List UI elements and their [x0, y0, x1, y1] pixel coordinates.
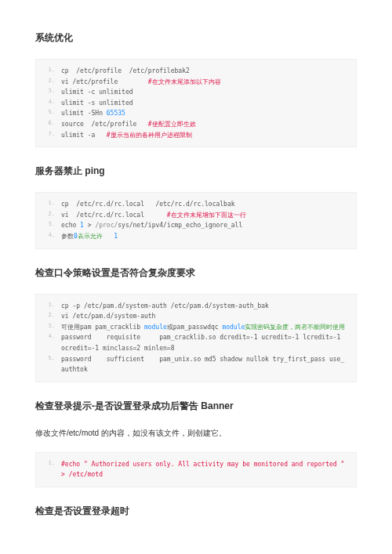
- code-line: 1.cp /etc/profile /etc/profilebak2: [44, 66, 348, 77]
- code-text: vi /etc/rc.d/rc.local #在文件末尾增加下面这一行: [61, 210, 246, 221]
- code-text: 可使用pam pam_cracklib module或pam_passwdqc …: [61, 322, 345, 333]
- section-heading: 检查登录提示-是否设置登录成功后警告 Banner: [35, 400, 357, 413]
- line-number: 3.: [44, 87, 55, 98]
- line-number: 4.: [44, 231, 55, 242]
- line-number: 3.: [44, 220, 55, 231]
- code-line: 4.password requisite pam_cracklib.so dcr…: [44, 332, 348, 353]
- code-line: 3.ulimit -c unlimited: [44, 87, 348, 98]
- code-line: 5.ulimit -SHn 65535: [44, 108, 348, 119]
- code-line: 2.vi /etc/profile #在文件末尾添加以下内容: [44, 77, 348, 88]
- line-number: 3.: [44, 322, 55, 333]
- line-number: 1.: [44, 459, 55, 480]
- code-text: vi /etc/profile #在文件末尾添加以下内容: [61, 77, 221, 88]
- line-number: 5.: [44, 354, 55, 375]
- line-number: 2.: [44, 311, 55, 322]
- line-number: 2.: [44, 210, 55, 221]
- code-text: ulimit -a #显示当前的各种用户进程限制: [61, 130, 192, 141]
- code-text: source /etc/profile #使配置立即生效: [61, 119, 196, 130]
- code-line: 3.可使用pam pam_cracklib module或pam_passwdq…: [44, 322, 348, 333]
- code-text: ulimit -SHn 65535: [61, 108, 125, 119]
- code-line: 6.source /etc/profile #使配置立即生效: [44, 119, 348, 130]
- line-number: 5.: [44, 108, 55, 119]
- code-line: 1.#echo " Authorized users only. All act…: [44, 459, 348, 480]
- section-heading: 系统优化: [35, 31, 357, 45]
- line-number: 1.: [44, 199, 55, 210]
- code-text: cp -p /etc/pam.d/system-auth /etc/pam.d/…: [61, 301, 269, 312]
- code-line: 1.cp -p /etc/pam.d/system-auth /etc/pam.…: [44, 301, 348, 312]
- code-line: 4.ulimit -s unlimited: [44, 98, 348, 109]
- code-text: password requisite pam_cracklib.so dcred…: [61, 332, 348, 353]
- code-text: ulimit -c unlimited: [61, 87, 133, 98]
- code-line: 2.vi /etc/pam.d/system-auth: [44, 311, 348, 322]
- section-heading: 检查口令策略设置是否符合复杂度要求: [35, 266, 357, 280]
- code-line: 2.vi /etc/rc.d/rc.local #在文件末尾增加下面这一行: [44, 210, 348, 221]
- section-heading: 服务器禁止 ping: [35, 165, 357, 178]
- code-block: 1.cp /etc/profile /etc/profilebak22.vi /…: [35, 59, 357, 147]
- line-number: 4.: [44, 98, 55, 109]
- line-number: 1.: [44, 301, 55, 312]
- code-line: 4.参数0表示允许 1: [44, 231, 348, 242]
- code-block: 1.cp -p /etc/pam.d/system-auth /etc/pam.…: [35, 294, 357, 382]
- code-text: #echo " Authorized users only. All activ…: [61, 459, 348, 480]
- code-text: ulimit -s unlimited: [61, 98, 133, 109]
- paragraph: 修改文件/etc/motd 的内容，如没有该文件，则创建它。: [35, 427, 357, 440]
- code-line: 1.cp /etc/rc.d/rc.local /etc/rc.d/rc.loc…: [44, 199, 348, 210]
- code-text: cp /etc/rc.d/rc.local /etc/rc.d/rc.local…: [61, 199, 235, 210]
- code-text: echo 1 > /proc/sys/net/ipv4/icmp_echo_ig…: [61, 220, 242, 231]
- line-number: 2.: [44, 77, 55, 88]
- code-text: cp /etc/profile /etc/profilebak2: [61, 66, 190, 77]
- line-number: 1.: [44, 66, 55, 77]
- code-line: 7.ulimit -a #显示当前的各种用户进程限制: [44, 130, 348, 141]
- code-text: vi /etc/pam.d/system-auth: [61, 311, 155, 322]
- line-number: 7.: [44, 130, 55, 141]
- code-line: 3.echo 1 > /proc/sys/net/ipv4/icmp_echo_…: [44, 220, 348, 231]
- code-line: 5.password sufficient pam_unix.so md5 sh…: [44, 354, 348, 375]
- code-text: password sufficient pam_unix.so md5 shad…: [61, 354, 348, 375]
- line-number: 4.: [44, 332, 55, 353]
- code-block: 1.cp /etc/rc.d/rc.local /etc/rc.d/rc.loc…: [35, 192, 357, 248]
- line-number: 6.: [44, 119, 55, 130]
- section-heading: 检查是否设置登录超时: [35, 505, 357, 518]
- code-block: 1.#echo " Authorized users only. All act…: [35, 452, 357, 487]
- code-text: 参数0表示允许 1: [61, 231, 118, 242]
